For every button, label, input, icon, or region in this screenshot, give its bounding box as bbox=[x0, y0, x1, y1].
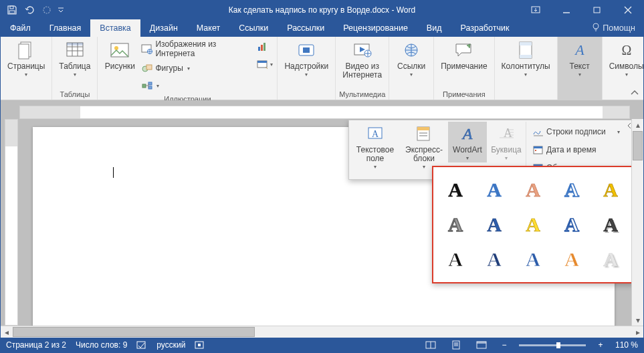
tell-me-label: Помощн bbox=[603, 23, 635, 33]
tab-layout[interactable]: Макет bbox=[187, 19, 229, 37]
online-video-button[interactable]: Видео из Интернета bbox=[338, 38, 386, 81]
pictures-button[interactable]: Рисунки bbox=[100, 38, 139, 72]
chart-button[interactable] bbox=[255, 38, 274, 55]
save-button[interactable] bbox=[5, 3, 19, 17]
wordart-style-wa-7[interactable]: A bbox=[476, 209, 512, 241]
wordart-style-wa-5[interactable]: A bbox=[593, 174, 629, 206]
wordart-style-wa-4[interactable]: A bbox=[554, 174, 590, 206]
wordart-button[interactable]: A WordArt ▾ bbox=[448, 122, 487, 162]
vertical-ruler[interactable] bbox=[5, 119, 18, 326]
textbox-icon: A bbox=[364, 123, 386, 144]
scroll-down-button[interactable]: ▾ bbox=[632, 314, 643, 326]
textbox-button[interactable]: A Текстовое поле ▾ bbox=[350, 122, 400, 171]
screenshot-button[interactable]: ▾ bbox=[255, 55, 274, 73]
omega-icon: Ω bbox=[616, 39, 637, 61]
document-scroll-area[interactable]: A Текстовое поле ▾ Экспресс-блоки ▾ A bbox=[1, 119, 643, 326]
status-page[interactable]: Страница 2 из 2 bbox=[6, 340, 66, 350]
redo-button[interactable] bbox=[39, 3, 54, 17]
wordart-style-wa-3[interactable]: A bbox=[515, 174, 551, 206]
pages-button[interactable]: Страницы ▾ bbox=[3, 38, 49, 79]
symbols-button[interactable]: Ω Символы ▾ bbox=[605, 38, 644, 79]
quickparts-button[interactable]: Экспресс-блоки ▾ bbox=[400, 122, 448, 171]
comment-button[interactable]: Примечание bbox=[437, 38, 491, 72]
wordart-style-wa-15[interactable]: A bbox=[593, 243, 629, 275]
svg-rect-19 bbox=[258, 47, 260, 51]
undo-button[interactable] bbox=[22, 3, 37, 17]
svg-point-5 bbox=[593, 23, 599, 29]
status-spellcheck[interactable] bbox=[136, 340, 147, 350]
status-language[interactable]: русский bbox=[156, 340, 185, 350]
chevron-down-icon: ▾ bbox=[617, 129, 620, 135]
group-media: Видео из Интернета Мультимедиа bbox=[336, 37, 389, 100]
date-time-button[interactable]: Дата и время bbox=[530, 141, 623, 158]
svg-rect-25 bbox=[303, 47, 310, 53]
tab-mailings[interactable]: Рассылки bbox=[278, 19, 334, 37]
qat-customize-dropdown[interactable] bbox=[57, 3, 65, 17]
tab-references[interactable]: Ссылки bbox=[229, 19, 278, 37]
screenshot-icon bbox=[257, 59, 267, 70]
tab-review[interactable]: Рецензирование bbox=[334, 19, 417, 37]
tab-home[interactable]: Главная bbox=[40, 19, 91, 37]
status-word-count[interactable]: Число слов: 9 bbox=[76, 340, 127, 350]
tab-insert[interactable]: Вставка bbox=[90, 19, 140, 37]
group-headerfooter: Колонтитулы ▾ . bbox=[495, 37, 558, 100]
status-macro[interactable] bbox=[195, 340, 204, 350]
collapse-ribbon-button[interactable] bbox=[629, 89, 641, 98]
chart-icon bbox=[257, 41, 267, 52]
chevron-down-icon: ▾ bbox=[74, 72, 76, 78]
wordart-style-wa-1[interactable]: A bbox=[437, 174, 473, 206]
svg-text:A: A bbox=[574, 41, 584, 58]
tab-file[interactable]: Файл bbox=[1, 19, 40, 37]
table-button[interactable]: Таблица ▾ bbox=[55, 38, 94, 79]
online-pictures-button[interactable]: Изображения из Интернета bbox=[139, 38, 253, 60]
quickparts-icon bbox=[413, 123, 435, 144]
word-window: Как сделать надпись по кругу в Ворде.doc… bbox=[0, 0, 644, 353]
horizontal-ruler[interactable] bbox=[19, 106, 630, 119]
scroll-thumb[interactable] bbox=[633, 131, 643, 160]
view-web-layout-button[interactable] bbox=[473, 338, 490, 352]
smartart-button[interactable]: ▾ bbox=[139, 77, 253, 94]
close-button[interactable] bbox=[613, 1, 643, 19]
vertical-scrollbar[interactable]: ▴ ▾ bbox=[631, 119, 643, 326]
wordart-style-wa-10[interactable]: A bbox=[593, 209, 629, 241]
zoom-slider-knob[interactable] bbox=[556, 342, 560, 348]
wordart-style-wa-2[interactable]: A bbox=[476, 174, 512, 206]
wordart-style-wa-6[interactable]: A bbox=[437, 209, 473, 241]
wordart-style-wa-13[interactable]: A bbox=[515, 243, 551, 275]
svg-point-2 bbox=[43, 7, 50, 13]
wordart-style-wa-14[interactable]: A bbox=[554, 243, 590, 275]
scroll-right-button[interactable]: ▸ bbox=[632, 326, 643, 338]
tab-developer[interactable]: Разработчик bbox=[451, 19, 518, 37]
zoom-slider[interactable] bbox=[519, 344, 586, 346]
wordart-style-wa-12[interactable]: A bbox=[476, 243, 512, 275]
dropcap-icon: A bbox=[496, 123, 517, 144]
zoom-level[interactable]: 110 % bbox=[615, 340, 638, 350]
links-button[interactable]: Ссылки ▾ bbox=[392, 38, 431, 79]
view-read-mode-button[interactable] bbox=[423, 338, 439, 352]
zoom-out-button[interactable]: − bbox=[499, 340, 510, 350]
wordart-style-wa-11[interactable]: A bbox=[437, 243, 473, 275]
chevron-down-icon: ▾ bbox=[25, 72, 27, 78]
shapes-button[interactable]: Фигуры ▾ bbox=[139, 60, 253, 77]
tab-design[interactable]: Дизайн bbox=[140, 19, 187, 37]
scroll-left-button[interactable]: ◂ bbox=[1, 326, 12, 338]
text-group-button[interactable]: A Текст ▾ bbox=[560, 38, 599, 79]
horizontal-scrollbar[interactable]: ◂ ▸ bbox=[1, 326, 643, 338]
view-print-layout-button[interactable] bbox=[448, 338, 464, 352]
scroll-thumb-h[interactable] bbox=[13, 327, 255, 337]
tab-view[interactable]: Вид bbox=[417, 19, 451, 37]
signature-line-button[interactable]: Строки подписи ▾ bbox=[530, 123, 623, 140]
chevron-down-icon: ▾ bbox=[305, 72, 308, 78]
scroll-up-button[interactable]: ▴ bbox=[632, 119, 643, 130]
wordart-style-wa-9[interactable]: A bbox=[554, 209, 590, 241]
headerfooter-button[interactable]: Колонтитулы ▾ bbox=[498, 38, 554, 79]
zoom-in-button[interactable]: + bbox=[595, 340, 606, 350]
maximize-button[interactable] bbox=[582, 1, 613, 19]
addins-button[interactable]: Надстройки ▾ bbox=[280, 38, 332, 79]
dropcap-button[interactable]: A Буквица ▾ bbox=[487, 122, 526, 162]
wordart-style-wa-8[interactable]: A bbox=[515, 209, 551, 241]
minimize-button[interactable] bbox=[551, 1, 582, 19]
tell-me-search[interactable]: Помощн bbox=[584, 19, 643, 37]
svg-rect-4 bbox=[594, 7, 600, 13]
ribbon-display-options-button[interactable] bbox=[520, 1, 551, 19]
